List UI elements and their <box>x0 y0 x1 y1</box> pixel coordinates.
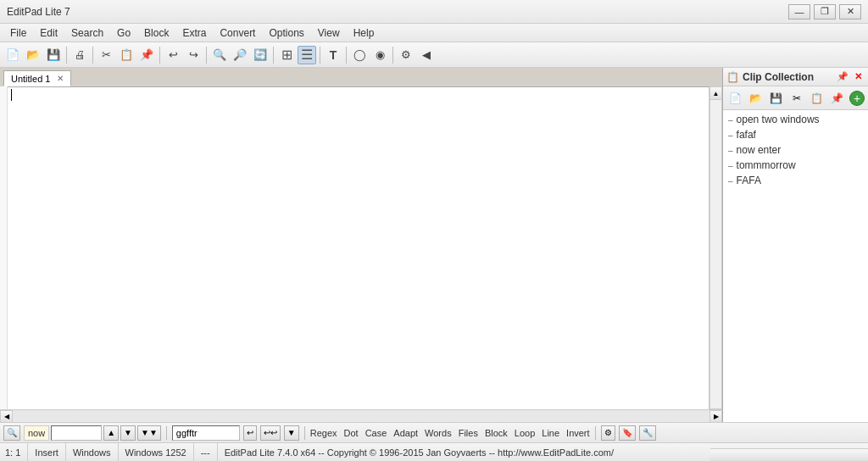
clip-paste-button[interactable]: 📌 <box>827 89 846 108</box>
clip-item[interactable]: –fafaf <box>723 127 868 142</box>
cursor-position: 1: 1 <box>5 443 28 461</box>
menu-item-convert[interactable]: Convert <box>213 24 262 42</box>
clip-close-button[interactable]: ✕ <box>851 70 865 84</box>
clip-new-button[interactable]: 📄 <box>726 89 745 108</box>
clip-item[interactable]: –FAFA <box>723 173 868 188</box>
case-option[interactable]: Case <box>365 428 387 438</box>
minimize-button[interactable]: — <box>788 4 810 19</box>
clip-item[interactable]: –tommmorrow <box>723 158 868 173</box>
tab-untitled1[interactable]: Untitled 1 ✕ <box>3 70 71 86</box>
paste-button[interactable]: 📌 <box>137 46 156 64</box>
menu-item-view[interactable]: View <box>311 24 347 42</box>
close-button[interactable]: ✕ <box>839 4 861 19</box>
toolbar-sep-6 <box>320 47 320 64</box>
menu-item-help[interactable]: Help <box>347 24 381 42</box>
wrap-button[interactable]: ◯ <box>350 46 369 64</box>
menu-item-file[interactable]: File <box>3 24 33 42</box>
menu-item-options[interactable]: Options <box>262 24 310 42</box>
menu-item-go[interactable]: Go <box>110 24 137 42</box>
files-option[interactable]: Files <box>459 428 478 438</box>
print-button[interactable]: 🖨 <box>70 46 89 64</box>
menu-item-extra[interactable]: Extra <box>175 24 213 42</box>
scroll-up-arrow[interactable]: ▲ <box>710 87 721 100</box>
clip-item-label: tommmorrow <box>737 159 796 171</box>
clip-bullet: – <box>728 131 733 140</box>
scroll-right-arrow[interactable]: ▶ <box>709 410 722 423</box>
title-bar: EditPad Lite 7 — ❐ ✕ <box>0 0 868 24</box>
line-option[interactable]: Line <box>542 428 559 438</box>
toolbar-sep-3 <box>159 47 160 64</box>
block-option[interactable]: Block <box>485 428 508 438</box>
clip-item[interactable]: –open two windows <box>723 112 868 127</box>
menu-item-edit[interactable]: Edit <box>33 24 64 42</box>
back-button[interactable]: ◀ <box>417 46 436 64</box>
format-button[interactable]: ◉ <box>370 46 389 64</box>
undo-button[interactable]: ↩ <box>164 46 182 64</box>
replace-all-button[interactable]: ↩↩ <box>260 425 281 441</box>
clip-copy-button[interactable]: 📋 <box>807 89 826 108</box>
replace-input[interactable] <box>172 425 240 441</box>
editor-area[interactable] <box>8 86 709 409</box>
clip-save-button[interactable]: 💾 <box>767 89 786 108</box>
open-button[interactable]: 📂 <box>24 46 42 64</box>
vertical-scrollbar[interactable]: ▲ ▼ <box>709 86 722 409</box>
find-next-button[interactable]: 🔎 <box>231 46 249 64</box>
view-toggle-button[interactable]: ⊞ <box>277 46 296 64</box>
toolbar-sep-8 <box>392 47 393 64</box>
search-input[interactable] <box>51 425 102 441</box>
redo-button[interactable]: ↪ <box>184 46 203 64</box>
maximize-button[interactable]: ❐ <box>814 4 836 19</box>
save-button[interactable]: 💾 <box>44 46 63 64</box>
line-numbers <box>0 86 8 409</box>
horizontal-scrollbar[interactable]: ◀ ▶ <box>0 409 722 422</box>
clip-bullet: – <box>728 161 733 170</box>
app-title: EditPad Lite 7 <box>7 6 70 18</box>
menu-bar: FileEditSearchGoBlockExtraConvertOptions… <box>0 24 868 42</box>
clip-bullet: – <box>728 115 733 125</box>
search-sep-1 <box>166 426 167 440</box>
cut-button[interactable]: ✂ <box>97 46 115 64</box>
search-next-button[interactable]: ▼ <box>120 425 136 441</box>
clip-cut-button[interactable]: ✂ <box>787 89 806 108</box>
replace-more-button[interactable]: ▼ <box>284 425 299 441</box>
loop-option[interactable]: Loop <box>515 428 535 438</box>
tab-close-button[interactable]: ✕ <box>57 74 64 83</box>
clip-add-button[interactable]: + <box>849 91 865 106</box>
clip-list: –open two windows–fafaf–now enter–tommmo… <box>723 110 868 422</box>
regex-option[interactable]: Regex <box>310 428 337 438</box>
sep-indicator: --- <box>194 443 218 461</box>
tab-bar: Untitled 1 ✕ <box>0 68 722 86</box>
menu-item-search[interactable]: Search <box>64 24 110 42</box>
bookmark-button[interactable]: 🔖 <box>619 425 636 441</box>
search-icon-button[interactable]: 🔍 <box>3 425 20 441</box>
find-button[interactable]: 🔍 <box>210 46 229 64</box>
replace-button[interactable]: ↩ <box>243 425 257 441</box>
replace-button[interactable]: 🔄 <box>251 46 270 64</box>
search-settings-button[interactable]: ⚙ <box>601 425 615 441</box>
search-more-button[interactable]: ▼▼ <box>137 425 161 441</box>
main-layout: Untitled 1 ✕ ▲ ▼ ◀ ▶ 📋 <box>0 68 868 422</box>
new-button[interactable]: 📄 <box>3 46 22 64</box>
toolbar-sep-4 <box>206 47 207 64</box>
font-button[interactable]: T <box>324 46 342 64</box>
settings-button[interactable]: ⚙ <box>397 46 415 64</box>
invert-option[interactable]: Invert <box>566 428 590 438</box>
adapt-option[interactable]: Adapt <box>393 428 418 438</box>
clip-item-label: fafaf <box>737 129 756 141</box>
clip-title: 📋 Clip Collection <box>726 71 814 83</box>
clip-pin-button[interactable]: 📌 <box>836 70 849 84</box>
menu-item-block[interactable]: Block <box>137 24 175 42</box>
scroll-left-arrow[interactable]: ◀ <box>0 410 13 423</box>
toolbar: 📄 📂 💾 🖨 ✂ 📋 📌 ↩ ↪ 🔍 🔎 🔄 ⊞ ☰ T ◯ ◉ ⚙ ◀ <box>0 42 868 68</box>
words-option[interactable]: Words <box>425 428 452 438</box>
view-list-button[interactable]: ☰ <box>298 46 316 64</box>
clip-bullet: – <box>728 176 733 186</box>
clip-open-button[interactable]: 📂 <box>747 89 765 108</box>
clip-bullet: – <box>728 146 733 155</box>
search-prev-button[interactable]: ▲ <box>103 425 119 441</box>
tools-button[interactable]: 🔧 <box>639 425 656 441</box>
dot-option[interactable]: Dot <box>344 428 359 438</box>
copy-button[interactable]: 📋 <box>117 46 136 64</box>
clip-item[interactable]: –now enter <box>723 142 868 158</box>
clip-item-label: open two windows <box>737 114 820 125</box>
